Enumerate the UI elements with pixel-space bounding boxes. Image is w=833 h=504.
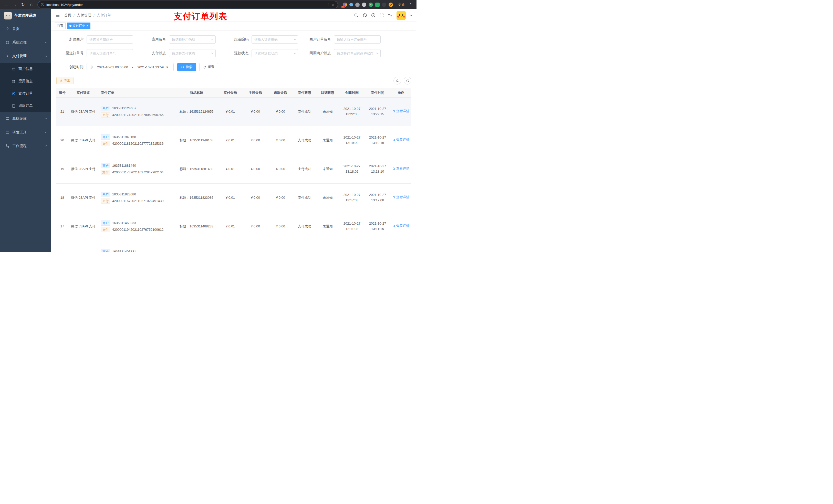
close-icon[interactable]: × (86, 24, 88, 27)
payment-submenu: 商户信息 应用信息 支付订单 退款订单 (0, 63, 51, 112)
view-detail-link[interactable]: 查看详情 (392, 223, 410, 229)
sidebar-item-label: 工作流程 (12, 144, 27, 148)
help-icon[interactable]: ? (371, 13, 376, 18)
chevron-down-icon[interactable] (410, 14, 412, 16)
breadcrumb-payment[interactable]: 支付管理 (77, 13, 91, 18)
monitor-icon (5, 117, 10, 121)
browser-refresh-icon[interactable]: ↻ (20, 1, 27, 8)
pin-icon[interactable] (382, 3, 386, 7)
channel-code-select[interactable] (252, 35, 298, 44)
user-avatar[interactable] (397, 11, 406, 20)
browser-forward-icon[interactable]: → (11, 1, 19, 8)
tab-pay-order[interactable]: 支付订单 × (67, 23, 90, 29)
logo-image (4, 12, 12, 20)
date-range-picker[interactable]: 2021-10-01 00:00:00 - 2021-10-31 23:59:5… (87, 63, 174, 71)
view-detail-link[interactable]: 查看详情 (392, 195, 410, 200)
cell-create-time: 2021-10-27 13:18:02 (339, 155, 365, 183)
field-label: 所属商户 (56, 37, 87, 42)
cell-actions: 查看详情 (390, 126, 411, 155)
browser-address-bar[interactable]: ⓘ localhost:1024/pay/order ↥ ☆ (38, 1, 338, 8)
pay-status-select[interactable] (169, 49, 216, 57)
cell-refund: ¥ 0.00 (268, 97, 293, 126)
view-detail-link[interactable]: 查看详情 (392, 109, 410, 114)
app-id-select[interactable] (169, 35, 216, 44)
chevron-down-icon (44, 144, 47, 148)
filter-refund-status: 退款状态 (221, 49, 304, 57)
reset-button[interactable]: 重置 (199, 63, 218, 71)
merchant-tag: 商户 (101, 135, 110, 140)
chevron-up-icon (44, 54, 47, 58)
cell-id: 21 (56, 97, 68, 126)
sidebar-toggle-icon[interactable] (55, 13, 60, 18)
filter-row-1: 所属商户 应用编号 渠道编码 商户订单编号 (56, 35, 411, 44)
sidebar-item-payment[interactable]: ¥ 支付管理 (0, 49, 51, 63)
extension-icon[interactable] (355, 3, 360, 7)
fullscreen-icon[interactable] (380, 13, 384, 18)
merchant-select[interactable] (87, 35, 133, 44)
sidebar-item-system[interactable]: 系统管理 (0, 35, 51, 49)
cell-pay-time: 2021-10-27 13:18:10 (365, 155, 390, 183)
sidebar-item-app-info[interactable]: 应用信息 (0, 75, 51, 87)
col-title: 商品标题 (175, 88, 218, 97)
cell-create-time: 2021-10-27 13:11:08 (339, 212, 365, 241)
cell-title: 标题：1635312124656 (175, 97, 218, 126)
browser-chrome: ← → ↻ ⌂ ⓘ localhost:1024/pay/order ↥ ☆ 1… (0, 0, 416, 9)
profile-avatar-icon[interactable] (388, 3, 393, 7)
view-detail-link[interactable]: 查看详情 (392, 166, 410, 171)
cell-amount: ¥ 0.01 (218, 155, 243, 183)
cell-title: 标题：1635311823086 (175, 183, 218, 212)
top-navbar: 首页 / 支付管理 / 支付订单 支付订单列表 ? TT (51, 9, 416, 22)
merchant-order-number: 1635311823086 (112, 192, 136, 197)
breadcrumb-home[interactable]: 首页 (64, 13, 71, 18)
cell-refund: ¥ 0.00 (268, 155, 293, 183)
sidebar-item-label: 支付管理 (12, 54, 27, 58)
sidebar-item-devtools[interactable]: 研发工具 (0, 125, 51, 139)
channel-order-no-input[interactable] (87, 49, 133, 57)
cell-refund: ¥ 0.00 (268, 212, 293, 241)
export-button[interactable]: 导出 (56, 77, 73, 84)
tab-home[interactable]: 首页 (55, 23, 66, 29)
bookmark-star-icon[interactable]: ☆ (331, 3, 335, 7)
document-icon (11, 103, 16, 108)
col-channel: 支付渠道 (68, 88, 98, 97)
vue-devtools-icon[interactable]: V (368, 3, 373, 7)
svg-text:T: T (388, 14, 390, 17)
search-icon[interactable] (354, 13, 358, 18)
refund-status-select[interactable] (252, 49, 298, 57)
sidebar-item-home[interactable]: 首页 (0, 22, 51, 35)
merchant-order-number: 1635311468233 (112, 220, 136, 226)
table-row: 商户 1635311405131 (56, 241, 411, 252)
cell-fee: ¥ 0.00 (243, 126, 268, 155)
sidebar-item-pay-order[interactable]: 支付订单 (0, 87, 51, 100)
toolbox-icon (5, 130, 10, 135)
sidebar-item-merchant-info[interactable]: 商户信息 (0, 63, 51, 75)
browser-update-button[interactable]: 更新 (396, 2, 407, 8)
sidebar-item-refund-order[interactable]: 退款订单 (0, 100, 51, 112)
filter-create-time: 创建时间 2021-10-01 00:00:00 - 2021-10-31 23… (56, 63, 174, 71)
col-create-time: 创建时间 (339, 88, 365, 97)
toggle-search-button[interactable] (394, 77, 401, 85)
merchant-order-no-input[interactable] (334, 35, 381, 44)
extension-icon[interactable] (349, 3, 353, 6)
search-button[interactable]: 搜索 (177, 63, 196, 71)
github-icon[interactable] (362, 13, 367, 18)
refresh-table-button[interactable] (404, 77, 411, 85)
notify-status-select[interactable] (334, 49, 381, 57)
chevron-down-icon (293, 39, 296, 41)
extension-icon[interactable] (362, 3, 366, 7)
page-info-icon[interactable]: ⓘ (41, 2, 44, 7)
browser-back-icon[interactable]: ← (3, 1, 10, 8)
extension-icon[interactable] (375, 3, 380, 7)
sidebar-item-workflow[interactable]: 工作流程 (0, 139, 51, 153)
browser-home-icon[interactable]: ⌂ (28, 1, 35, 8)
extension-icon[interactable]: 10 (343, 3, 347, 7)
table-row: 19 微信 JSAPI 支付 商户 1635311881440 支付 42000… (56, 155, 411, 183)
share-icon[interactable]: ↥ (327, 3, 329, 7)
app-logo: 芋道管理系统 (0, 9, 51, 22)
grid-icon (11, 79, 16, 83)
cell-pay-time: 2021-10-27 13:22:15 (365, 97, 390, 126)
view-detail-link[interactable]: 查看详情 (392, 137, 410, 143)
font-size-icon[interactable]: TT (388, 13, 392, 18)
sidebar-item-infra[interactable]: 基础设施 (0, 112, 51, 125)
browser-menu-icon[interactable]: ⋮ (408, 3, 413, 7)
